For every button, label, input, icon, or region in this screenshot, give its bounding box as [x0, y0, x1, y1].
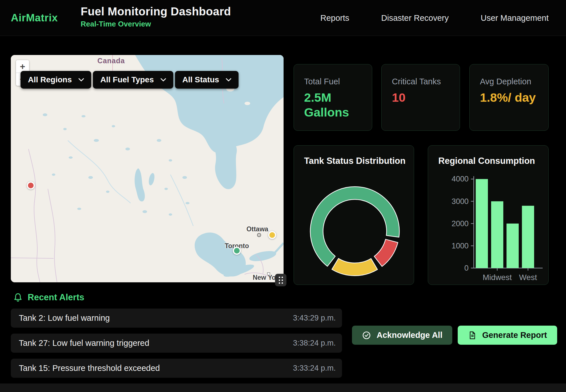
- main-nav: Reports Disaster Recovery User Managemen…: [320, 0, 549, 36]
- chevron-down-icon: [225, 78, 232, 82]
- alert-message: Tank 15: Pressure threshold exceeded: [19, 364, 160, 373]
- generate-report-label: Generate Report: [482, 330, 547, 340]
- region-filter-dropdown[interactable]: All Regions: [21, 71, 91, 89]
- tank-marker-critical[interactable]: [27, 181, 35, 189]
- nav-disaster-recovery[interactable]: Disaster Recovery: [381, 13, 449, 23]
- alert-message: Tank 2: Low fuel warning: [19, 313, 110, 323]
- stat-value: 10: [392, 90, 450, 105]
- svg-text:4000: 4000: [452, 175, 469, 183]
- stat-card-avg-depletion: Avg Depletion 1.8%/ day: [469, 64, 549, 131]
- fuel-map[interactable]: Canada Ottawa Toronto New York + − All R…: [11, 55, 284, 282]
- check-circle-icon: [362, 331, 371, 340]
- stat-value: 1.8%/ day: [480, 90, 538, 105]
- tank-status-donut-chart: [294, 146, 414, 285]
- alert-message: Tank 27: Low fuel warning triggered: [19, 338, 149, 348]
- page-subtitle: Real-Time Overview: [81, 20, 231, 28]
- consumption-bar: [522, 206, 534, 268]
- stat-card-total-fuel: Total Fuel 2.5M Gallons: [294, 64, 372, 131]
- fuel-type-filter-dropdown[interactable]: All Fuel Types: [93, 71, 173, 89]
- alert-timestamp: 3:43:29 p.m.: [293, 314, 336, 322]
- status-filter-dropdown[interactable]: All Status: [175, 71, 239, 89]
- map-canvas[interactable]: Canada Ottawa Toronto New York: [11, 55, 284, 282]
- stat-label: Avg Depletion: [480, 77, 548, 86]
- donut-segment-critical: [374, 239, 398, 266]
- svg-text:Midwest: Midwest: [483, 273, 512, 282]
- tank-status-distribution-card: Tank Status Distribution: [294, 145, 414, 285]
- bottom-strip: [0, 383, 566, 392]
- map-filter-row: All Regions All Fuel Types All Status: [21, 71, 239, 89]
- alert-row[interactable]: Tank 15: Pressure threshold exceeded 3:3…: [11, 359, 342, 378]
- stat-label: Total Fuel: [304, 77, 372, 86]
- acknowledge-all-button[interactable]: Acknowledge All: [352, 326, 452, 345]
- alert-timestamp: 3:33:24 p.m.: [293, 364, 336, 373]
- donut-svg: [294, 146, 414, 285]
- region-filter-value: All Regions: [28, 75, 72, 84]
- tank-marker-normal[interactable]: [233, 247, 241, 255]
- consumption-bar: [491, 201, 503, 268]
- nav-reports[interactable]: Reports: [320, 13, 349, 23]
- recent-alerts-title: Recent Alerts: [28, 292, 84, 303]
- stat-card-critical-tanks: Critical Tanks 10: [381, 64, 460, 131]
- consumption-bar: [506, 224, 519, 268]
- svg-text:0: 0: [464, 264, 469, 272]
- nav-user-management[interactable]: User Management: [481, 13, 549, 23]
- chevron-down-icon: [160, 78, 166, 82]
- bell-icon: [13, 292, 23, 303]
- fuel-type-filter-value: All Fuel Types: [100, 75, 154, 84]
- regional-consumption-bar-chart: 0 1000 2000 3000 4000 Midwest West: [428, 146, 548, 285]
- stat-label: Critical Tanks: [392, 77, 460, 86]
- alert-timestamp: 3:38:24 p.m.: [293, 339, 336, 348]
- brand-logo: AirMatrix: [11, 12, 58, 24]
- svg-text:2000: 2000: [452, 219, 469, 228]
- top-bar: AirMatrix Fuel Monitoring Dashboard Real…: [0, 0, 566, 36]
- acknowledge-all-label: Acknowledge All: [377, 330, 443, 340]
- recent-alerts-header: Recent Alerts: [13, 292, 84, 303]
- bar-svg: 0 1000 2000 3000 4000 Midwest West: [428, 146, 548, 285]
- title-block: Fuel Monitoring Dashboard Real-Time Over…: [81, 5, 231, 28]
- status-filter-value: All Status: [182, 75, 219, 84]
- alert-row[interactable]: Tank 2: Low fuel warning 3:43:29 p.m.: [11, 309, 342, 328]
- donut-segment-warning: [332, 258, 378, 276]
- consumption-bar: [476, 179, 488, 268]
- tank-marker-warning[interactable]: [268, 231, 276, 239]
- page-title: Fuel Monitoring Dashboard: [81, 5, 231, 18]
- generate-report-button[interactable]: Generate Report: [458, 326, 557, 345]
- map-label-canada: Canada: [84, 57, 138, 65]
- alert-row[interactable]: Tank 27: Low fuel warning triggered 3:38…: [11, 334, 342, 353]
- map-resize-handle[interactable]: [275, 274, 286, 286]
- report-document-icon: [468, 331, 477, 340]
- svg-text:3000: 3000: [452, 197, 469, 206]
- svg-text:1000: 1000: [452, 242, 469, 250]
- regional-consumption-card: Regional Consumption 0 1000 2000 3000 40…: [428, 145, 549, 285]
- chevron-down-icon: [78, 78, 84, 82]
- svg-text:West: West: [519, 273, 537, 282]
- stat-value: 2.5M Gallons: [304, 90, 363, 120]
